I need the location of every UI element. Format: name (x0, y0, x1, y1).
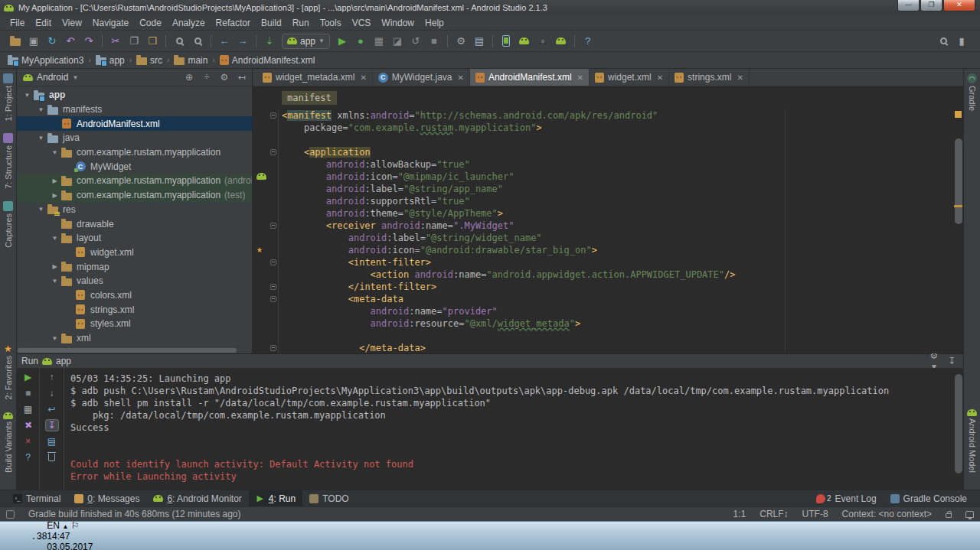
collapse-all-icon[interactable]: ÷ (200, 72, 214, 83)
file-encoding[interactable]: UTF-8 (802, 509, 828, 519)
context-indicator[interactable]: Context: <no context> (842, 509, 932, 519)
editor-tab-widget-metada-xml[interactable]: ‹›widget_metada.xml✕ (257, 69, 373, 86)
breadcrumb-item-src[interactable]: src (135, 55, 164, 66)
tree-item-mywidget[interactable]: CMyWidget (17, 159, 252, 174)
tool-strip-1-project[interactable]: 1: Project (3, 73, 13, 121)
menu-build[interactable]: Build (256, 16, 287, 30)
action-center-flag-icon[interactable]: ⚐ (71, 520, 80, 531)
menu-code[interactable]: Code (134, 16, 167, 30)
paste-icon[interactable]: ❒ (144, 34, 161, 49)
editor-tab-androidmanifest-xml[interactable]: ‹›AndroidManifest.xml✕ (470, 69, 590, 86)
breadcrumb-item-main[interactable]: main (172, 55, 209, 66)
tab-close-icon[interactable]: ✕ (657, 73, 663, 82)
search-everywhere-icon[interactable] (935, 34, 952, 49)
breadcrumb-item-androidmanifest-xml[interactable]: ‹›AndroidManifest.xml (218, 55, 317, 66)
fold-marker[interactable] (270, 112, 276, 119)
rerun-button[interactable]: ▶ (21, 371, 35, 383)
tool-tab-terminal[interactable]: ›_Terminal (6, 490, 67, 507)
caret-position[interactable]: 1:1 (733, 509, 746, 519)
menu-vcs[interactable]: VCS (347, 16, 377, 30)
code-editor[interactable]: <manifest xmlns:android="http://schemas.… (253, 109, 963, 353)
up-stack-icon[interactable]: ↑ (45, 371, 59, 383)
run-config-select[interactable]: app▼ (282, 34, 330, 49)
hide-panel-icon[interactable]: ↤ (235, 72, 249, 83)
tree-item-java[interactable]: ▼java (17, 131, 252, 145)
redo-icon[interactable]: ↷ (80, 34, 97, 49)
breadcrumb-item-myapplication3[interactable]: MyApplication3 (6, 55, 85, 66)
tool-tab-todo[interactable]: TODO (302, 490, 355, 507)
tree-item-mipmap[interactable]: ▶mipmap (17, 259, 252, 274)
tree-horizontal-scrollbar[interactable] (17, 347, 252, 353)
sdk-manager-icon[interactable] (516, 34, 533, 49)
tree-expand-arrow[interactable]: ▼ (49, 149, 60, 156)
print-icon[interactable]: ▤ (45, 435, 59, 447)
tree-expand-arrow[interactable]: ▼ (49, 335, 60, 342)
toggle-toolwindows-icon[interactable] (6, 510, 15, 519)
taskbar-clock[interactable]: 14:47 03.05.2017 (47, 531, 93, 550)
attach-debugger-icon[interactable]: ◪ (389, 34, 406, 49)
device-monitor-icon[interactable] (534, 34, 551, 49)
tool-strip-build-variants[interactable]: Build Variants (3, 412, 13, 473)
settings-icon[interactable]: ⚙ (452, 34, 469, 49)
tree-expand-arrow[interactable]: ▼ (35, 106, 47, 113)
sync-icon[interactable]: ↻ (44, 34, 60, 49)
tree-item-com-example-rustam-myapplication[interactable]: ▶com.example.rustam.myapplication(test) (17, 188, 252, 203)
tree-item-values[interactable]: ▼values (17, 274, 252, 288)
project-view-selector[interactable]: Android (37, 72, 68, 83)
tab-close-icon[interactable]: ✕ (737, 73, 743, 82)
tree-item-layout[interactable]: ▼layout (17, 231, 252, 246)
lock-icon[interactable] (946, 513, 952, 518)
restore-layout-icon[interactable]: ▦ (21, 403, 35, 415)
project-structure-icon[interactable]: ▤ (471, 34, 488, 49)
pin-tab-icon[interactable]: ✚ (18, 416, 37, 434)
open-icon[interactable] (7, 34, 24, 49)
menu-refactor[interactable]: Refactor (211, 16, 256, 30)
language-indicator[interactable]: EN (47, 520, 60, 531)
restart-activity-icon[interactable]: ↺ (407, 34, 424, 49)
tree-expand-arrow[interactable]: ▼ (49, 278, 60, 285)
tool-tab-run[interactable]: ▶4: Run (249, 490, 302, 507)
hide-panel-icon[interactable]: ↧ (945, 356, 959, 366)
settings-icon[interactable]: ⚙ (217, 72, 231, 83)
minimize-button[interactable]: — (897, 0, 920, 11)
soft-wrap-icon[interactable]: ↩ (45, 403, 59, 415)
forward-icon[interactable]: → (234, 34, 251, 49)
tree-expand-arrow[interactable]: ▼ (35, 135, 47, 142)
editor-tab-widget-xml[interactable]: ‹›widget.xml✕ (590, 69, 669, 86)
copy-icon[interactable]: ❐ (126, 34, 142, 49)
tree-expand-arrow[interactable]: ▶ (49, 192, 60, 199)
run-coverage-icon[interactable]: ▦ (371, 34, 387, 49)
fold-marker[interactable] (270, 259, 276, 265)
menu-analyze[interactable]: Analyze (167, 16, 211, 30)
menu-tools[interactable]: Tools (315, 16, 347, 30)
editor-scrollbar[interactable] (953, 109, 963, 353)
tree-expand-arrow[interactable]: ▼ (21, 92, 33, 99)
scrollbar-thumb[interactable] (955, 138, 962, 224)
menu-navigate[interactable]: Navigate (87, 16, 134, 30)
tree-item-app[interactable]: ▼app (17, 88, 252, 103)
tree-item-widget-xml[interactable]: ‹›widget.xml (17, 246, 252, 260)
menu-run[interactable]: Run (287, 16, 315, 30)
menu-window[interactable]: Window (376, 16, 420, 30)
debug-button[interactable]: ● (352, 34, 369, 49)
fold-marker[interactable] (270, 223, 276, 229)
line-separator[interactable]: CRLF↕ (760, 509, 788, 519)
tool-strip-2-favorites[interactable]: ★2: Favorites (3, 343, 13, 399)
undo-icon[interactable]: ↶ (62, 34, 79, 49)
fold-marker[interactable] (270, 149, 276, 155)
replace-icon[interactable] (189, 34, 206, 49)
tool-tab-android-monitor[interactable]: 6: Android Monitor (146, 490, 248, 507)
cut-icon[interactable]: ✂ (107, 34, 124, 49)
tree-item-styles-xml[interactable]: ‹›styles.xml (17, 317, 252, 331)
menu-file[interactable]: File (5, 16, 30, 30)
help-button[interactable]: ? (21, 451, 35, 464)
tree-item-xml[interactable]: ▼xml (17, 331, 252, 343)
clear-all-icon[interactable] (45, 451, 59, 464)
save-all-icon[interactable]: ▣ (25, 34, 42, 49)
tree-expand-arrow[interactable]: ▼ (35, 206, 47, 213)
tab-close-icon[interactable]: ✕ (577, 73, 583, 82)
tray-expand-icon[interactable]: ▲ (62, 523, 68, 530)
tree-item-com-example-rustam-myapplication[interactable]: ▼com.example.rustam.myapplication (17, 145, 252, 160)
locate-file-icon[interactable]: ⊕ (182, 72, 196, 83)
tree-item-manifests[interactable]: ▼manifests (17, 103, 252, 117)
